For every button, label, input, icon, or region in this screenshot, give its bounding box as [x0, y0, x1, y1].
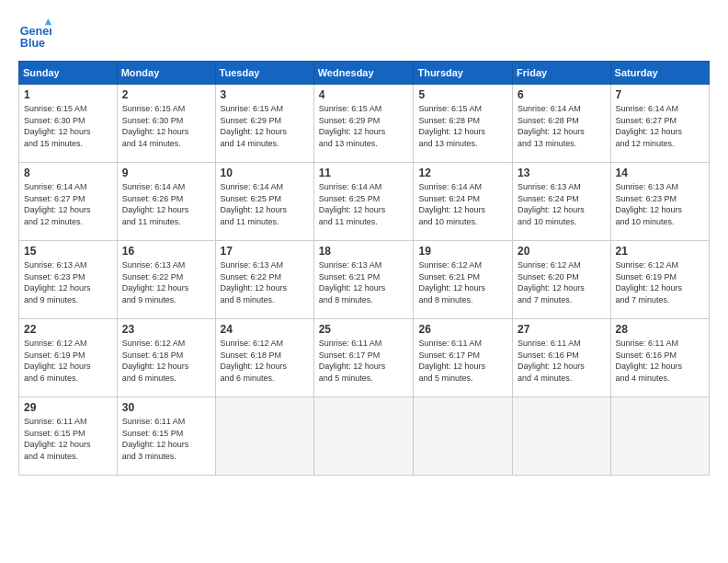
day-number: 8 [24, 167, 112, 179]
day-number: 6 [518, 88, 605, 101]
day-number: 16 [122, 245, 210, 258]
day-info: Sunrise: 6:13 AM Sunset: 6:23 PM Dayligh… [24, 259, 112, 305]
svg-text:Blue: Blue [20, 37, 45, 50]
day-number: 26 [418, 323, 507, 336]
day-info: Sunrise: 6:12 AM Sunset: 6:18 PM Dayligh… [221, 338, 309, 384]
calendar-day-cell: 12Sunrise: 6:14 AM Sunset: 6:24 PM Dayli… [414, 163, 513, 241]
calendar-week-row: 22Sunrise: 6:12 AM Sunset: 6:19 PM Dayli… [19, 319, 710, 397]
day-number: 1 [24, 88, 112, 101]
day-info: Sunrise: 6:11 AM Sunset: 6:15 PM Dayligh… [24, 416, 112, 462]
logo-icon: General Blue [18, 18, 51, 52]
svg-marker-2 [45, 18, 51, 25]
day-number: 12 [418, 167, 507, 179]
day-number: 17 [221, 245, 309, 258]
calendar-header: SundayMondayTuesdayWednesdayThursdayFrid… [19, 62, 710, 85]
calendar-week-row: 1Sunrise: 6:15 AM Sunset: 6:30 PM Daylig… [19, 85, 710, 163]
day-info: Sunrise: 6:12 AM Sunset: 6:20 PM Dayligh… [518, 259, 605, 305]
day-number: 13 [518, 167, 605, 179]
calendar-table: SundayMondayTuesdayWednesdayThursdayFrid… [18, 61, 710, 476]
calendar-day-cell [513, 397, 610, 476]
calendar-day-cell [313, 397, 414, 476]
day-number: 10 [221, 167, 309, 179]
day-info: Sunrise: 6:11 AM Sunset: 6:15 PM Dayligh… [122, 416, 210, 462]
calendar-week-row: 8Sunrise: 6:14 AM Sunset: 6:27 PM Daylig… [19, 163, 710, 241]
calendar-day-cell: 17Sunrise: 6:13 AM Sunset: 6:22 PM Dayli… [215, 241, 313, 319]
calendar-day-cell [215, 397, 313, 476]
day-number: 25 [319, 323, 409, 336]
calendar-week-row: 29Sunrise: 6:11 AM Sunset: 6:15 PM Dayli… [19, 397, 710, 476]
day-number: 30 [122, 401, 210, 414]
calendar-day-cell: 13Sunrise: 6:13 AM Sunset: 6:24 PM Dayli… [513, 163, 610, 241]
calendar-day-cell: 26Sunrise: 6:11 AM Sunset: 6:17 PM Dayli… [414, 319, 513, 397]
day-info: Sunrise: 6:15 AM Sunset: 6:28 PM Dayligh… [418, 103, 507, 149]
day-info: Sunrise: 6:11 AM Sunset: 6:16 PM Dayligh… [518, 338, 605, 384]
day-number: 14 [616, 167, 704, 179]
day-info: Sunrise: 6:11 AM Sunset: 6:17 PM Dayligh… [418, 338, 507, 384]
day-number: 5 [418, 88, 507, 101]
day-info: Sunrise: 6:14 AM Sunset: 6:25 PM Dayligh… [319, 181, 409, 227]
weekday-header: Thursday [414, 62, 513, 85]
calendar-day-cell: 29Sunrise: 6:11 AM Sunset: 6:15 PM Dayli… [19, 397, 118, 476]
day-info: Sunrise: 6:12 AM Sunset: 6:19 PM Dayligh… [616, 259, 704, 305]
day-info: Sunrise: 6:14 AM Sunset: 6:25 PM Dayligh… [221, 181, 309, 227]
calendar-day-cell: 16Sunrise: 6:13 AM Sunset: 6:22 PM Dayli… [117, 241, 215, 319]
day-info: Sunrise: 6:13 AM Sunset: 6:21 PM Dayligh… [319, 259, 409, 305]
day-info: Sunrise: 6:15 AM Sunset: 6:29 PM Dayligh… [221, 103, 309, 149]
logo: General Blue [18, 18, 55, 52]
day-info: Sunrise: 6:15 AM Sunset: 6:30 PM Dayligh… [24, 103, 112, 149]
day-info: Sunrise: 6:14 AM Sunset: 6:26 PM Dayligh… [122, 181, 210, 227]
day-info: Sunrise: 6:12 AM Sunset: 6:19 PM Dayligh… [24, 338, 112, 384]
calendar-week-row: 15Sunrise: 6:13 AM Sunset: 6:23 PM Dayli… [19, 241, 710, 319]
day-info: Sunrise: 6:13 AM Sunset: 6:22 PM Dayligh… [122, 259, 210, 305]
day-number: 20 [518, 245, 605, 258]
day-info: Sunrise: 6:14 AM Sunset: 6:27 PM Dayligh… [616, 103, 704, 149]
calendar-day-cell: 14Sunrise: 6:13 AM Sunset: 6:23 PM Dayli… [610, 163, 709, 241]
day-info: Sunrise: 6:12 AM Sunset: 6:18 PM Dayligh… [122, 338, 210, 384]
day-info: Sunrise: 6:15 AM Sunset: 6:29 PM Dayligh… [319, 103, 409, 149]
day-number: 27 [518, 323, 605, 336]
calendar-day-cell [414, 397, 513, 476]
calendar-day-cell: 7Sunrise: 6:14 AM Sunset: 6:27 PM Daylig… [610, 85, 709, 163]
calendar-day-cell: 8Sunrise: 6:14 AM Sunset: 6:27 PM Daylig… [19, 163, 118, 241]
day-info: Sunrise: 6:12 AM Sunset: 6:21 PM Dayligh… [418, 259, 507, 305]
day-info: Sunrise: 6:14 AM Sunset: 6:27 PM Dayligh… [24, 181, 112, 227]
day-info: Sunrise: 6:11 AM Sunset: 6:16 PM Dayligh… [616, 338, 704, 384]
day-info: Sunrise: 6:14 AM Sunset: 6:28 PM Dayligh… [518, 103, 605, 149]
calendar-day-cell: 1Sunrise: 6:15 AM Sunset: 6:30 PM Daylig… [19, 85, 118, 163]
day-info: Sunrise: 6:14 AM Sunset: 6:24 PM Dayligh… [418, 181, 507, 227]
day-number: 11 [319, 167, 409, 179]
day-number: 21 [616, 245, 704, 258]
calendar-day-cell: 20Sunrise: 6:12 AM Sunset: 6:20 PM Dayli… [513, 241, 610, 319]
calendar-day-cell: 4Sunrise: 6:15 AM Sunset: 6:29 PM Daylig… [313, 85, 414, 163]
day-number: 2 [122, 88, 210, 101]
day-info: Sunrise: 6:13 AM Sunset: 6:22 PM Dayligh… [221, 259, 309, 305]
day-number: 24 [221, 323, 309, 336]
weekday-header: Monday [117, 62, 215, 85]
day-number: 3 [221, 88, 309, 101]
calendar-day-cell: 5Sunrise: 6:15 AM Sunset: 6:28 PM Daylig… [414, 85, 513, 163]
day-number: 23 [122, 323, 210, 336]
day-number: 29 [24, 401, 112, 414]
calendar-day-cell: 18Sunrise: 6:13 AM Sunset: 6:21 PM Dayli… [313, 241, 414, 319]
weekday-header: Friday [513, 62, 610, 85]
calendar-day-cell: 11Sunrise: 6:14 AM Sunset: 6:25 PM Dayli… [313, 163, 414, 241]
day-number: 28 [616, 323, 704, 336]
day-number: 19 [418, 245, 507, 258]
day-number: 7 [616, 88, 704, 101]
day-info: Sunrise: 6:15 AM Sunset: 6:30 PM Dayligh… [122, 103, 210, 149]
day-number: 9 [122, 167, 210, 179]
calendar-day-cell: 2Sunrise: 6:15 AM Sunset: 6:30 PM Daylig… [117, 85, 215, 163]
calendar-day-cell: 22Sunrise: 6:12 AM Sunset: 6:19 PM Dayli… [19, 319, 118, 397]
weekday-header: Wednesday [313, 62, 414, 85]
calendar-day-cell: 15Sunrise: 6:13 AM Sunset: 6:23 PM Dayli… [19, 241, 118, 319]
weekday-header: Tuesday [215, 62, 313, 85]
calendar-day-cell: 10Sunrise: 6:14 AM Sunset: 6:25 PM Dayli… [215, 163, 313, 241]
calendar-day-cell: 19Sunrise: 6:12 AM Sunset: 6:21 PM Dayli… [414, 241, 513, 319]
weekday-header: Saturday [610, 62, 709, 85]
calendar-day-cell: 30Sunrise: 6:11 AM Sunset: 6:15 PM Dayli… [117, 397, 215, 476]
calendar-day-cell: 9Sunrise: 6:14 AM Sunset: 6:26 PM Daylig… [117, 163, 215, 241]
calendar-day-cell: 3Sunrise: 6:15 AM Sunset: 6:29 PM Daylig… [215, 85, 313, 163]
day-info: Sunrise: 6:13 AM Sunset: 6:24 PM Dayligh… [518, 181, 605, 227]
calendar-day-cell: 25Sunrise: 6:11 AM Sunset: 6:17 PM Dayli… [313, 319, 414, 397]
day-info: Sunrise: 6:13 AM Sunset: 6:23 PM Dayligh… [616, 181, 704, 227]
